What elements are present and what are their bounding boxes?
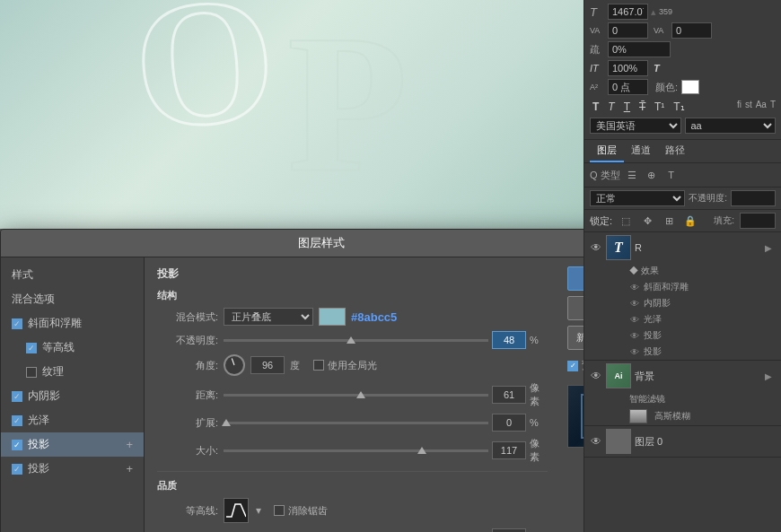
size-input[interactable] [492, 441, 526, 459]
aa-target[interactable]: T [770, 100, 776, 114]
char-row-4: IT T [590, 60, 776, 76]
language-select[interactable]: 美国英语 [590, 118, 681, 134]
filter-btn3[interactable]: T [663, 167, 680, 183]
style-投影2[interactable]: ✓ 投影 + [1, 457, 144, 481]
bold-btn[interactable]: T [590, 100, 601, 114]
baseline-input[interactable] [608, 79, 648, 95]
style-内阴影[interactable]: ✓ 内阴影 [1, 384, 144, 408]
style-checkbox[interactable]: ✓ [12, 318, 22, 329]
dialog-center: 投影 结构 混合模式: 正片叠底 #8abcc5 [145, 257, 560, 532]
angle-dial[interactable] [224, 354, 245, 376]
reset-btn[interactable]: 复位 [567, 296, 584, 320]
t-layer-expand[interactable]: ▶ [765, 243, 776, 253]
effect-gloss[interactable]: 👁 光泽 [584, 311, 781, 327]
tracking-input[interactable] [608, 22, 648, 39]
preview-cb[interactable]: ✓ [567, 361, 578, 371]
lock-move-btn[interactable]: ✥ [639, 213, 655, 229]
fi-btn[interactable]: fi [737, 100, 742, 114]
contour-preview[interactable] [224, 498, 249, 523]
underline-btn[interactable]: T [621, 100, 633, 114]
color-swatch[interactable] [319, 308, 346, 326]
add-style-icon[interactable]: + [126, 438, 133, 451]
distance-input[interactable] [492, 386, 526, 404]
layer0-vis[interactable]: 👁 [590, 435, 602, 448]
style-样式[interactable]: 样式 [1, 263, 144, 287]
preview-shape [581, 394, 584, 439]
style-checkbox[interactable]: ✓ [12, 391, 22, 402]
angle-label: 角度: [157, 359, 218, 372]
kerning-input[interactable] [671, 22, 712, 39]
angle-input[interactable] [250, 356, 285, 374]
strikethrough-btn[interactable]: T̄ [636, 100, 648, 114]
preview-box [567, 385, 584, 448]
color-hex[interactable]: #8abcc5 [351, 310, 397, 324]
style-checkbox[interactable]: ✓ [26, 343, 37, 353]
t-layer-vis[interactable]: 👁 [590, 241, 602, 254]
st-btn[interactable]: st [745, 100, 752, 114]
gauss-blur-item[interactable]: 高斯模糊 [584, 407, 781, 425]
contour-dropdown-icon[interactable]: ▾ [256, 504, 261, 517]
spread-input[interactable] [492, 414, 526, 432]
style-checkbox[interactable]: ✓ [12, 440, 22, 450]
style-斜面浮雕[interactable]: ✓ 斜面和浮雕 [1, 311, 144, 336]
anti-alias-cb[interactable] [274, 505, 285, 516]
bg-layer-name: 背景 [635, 370, 761, 383]
layer-blend-select[interactable]: 正常 [590, 190, 685, 206]
effect-eye[interactable]: 👁 [629, 314, 640, 325]
leading-input[interactable] [608, 41, 671, 57]
opacity-input[interactable] [492, 331, 526, 349]
style-光泽[interactable]: ✓ 光泽 [1, 408, 144, 432]
effect-drop1[interactable]: 👁 投影 [584, 327, 781, 344]
bg-layer-vis[interactable]: 👁 [590, 370, 602, 382]
style-checkbox[interactable]: ✓ [12, 415, 22, 426]
text-color-swatch[interactable] [681, 80, 699, 94]
tab-channels[interactable]: 通道 [624, 140, 658, 162]
aa-btn[interactable]: Aа [756, 100, 767, 114]
aa-select[interactable]: aa [685, 118, 777, 134]
superscript-btn[interactable]: T¹ [652, 100, 667, 114]
scale-input[interactable] [608, 60, 648, 76]
ok-btn[interactable]: 确定 [567, 266, 584, 291]
layer0-name: 图层 0 [635, 435, 776, 449]
blend-mode-select[interactable]: 正片叠底 [224, 308, 313, 326]
t-layer-item[interactable]: 👁 T R ▶ [584, 232, 781, 263]
effect-eye[interactable]: 👁 [629, 282, 640, 292]
style-混合选项[interactable]: 混合选项 [1, 287, 144, 311]
opacity-slider[interactable] [224, 339, 488, 342]
effect-inner-shadow[interactable]: 👁 内阴影 [584, 295, 781, 311]
subscript-btn[interactable]: T₁ [671, 100, 687, 114]
effect-bevel[interactable]: 👁 斜面和浮雕 [584, 279, 781, 295]
layer0-thumb [606, 429, 631, 454]
style-纹理[interactable]: 纹理 [1, 360, 144, 384]
new-style-btn[interactable]: 新建样式... [567, 326, 584, 350]
effect-eye[interactable]: 👁 [629, 330, 640, 341]
va-label2: VA [654, 26, 671, 35]
filter-icon[interactable]: ☰ [624, 167, 640, 183]
lock-all-btn[interactable]: 🔒 [682, 213, 698, 229]
filter-btn2[interactable]: ⊕ [644, 167, 660, 183]
lock-pixel-btn[interactable]: ⬚ [618, 213, 634, 229]
italic-btn[interactable]: T [605, 100, 617, 114]
tab-layers[interactable]: 图层 [590, 140, 624, 162]
style-投影1[interactable]: ✓ 投影 + [1, 432, 144, 457]
style-checkbox[interactable] [26, 367, 37, 378]
noise-input[interactable] [492, 528, 526, 532]
bg-layer-item[interactable]: 👁 Ai 背景 ▶ [584, 361, 781, 391]
layer-opacity-input[interactable] [731, 190, 776, 206]
fill-input[interactable] [740, 213, 776, 229]
tab-paths[interactable]: 路径 [658, 140, 692, 162]
layer0-item[interactable]: 👁 图层 0 [584, 426, 781, 457]
add-style-icon2[interactable]: + [126, 462, 133, 475]
effect-eye[interactable]: 👁 [629, 298, 640, 309]
distance-slider[interactable] [224, 394, 488, 397]
global-light-cb[interactable] [313, 360, 324, 371]
effect-eye[interactable]: 👁 [629, 346, 640, 357]
font-size-input[interactable] [608, 4, 648, 20]
size-slider[interactable] [224, 449, 488, 452]
lock-scale-btn[interactable]: ⊞ [661, 213, 677, 229]
bg-layer-expand[interactable]: ▶ [765, 371, 776, 381]
style-checkbox[interactable]: ✓ [12, 464, 22, 475]
style-等高线[interactable]: ✓ 等高线 [1, 336, 144, 360]
spread-slider[interactable] [224, 422, 488, 424]
effect-drop2[interactable]: 👁 投影 [584, 344, 781, 360]
